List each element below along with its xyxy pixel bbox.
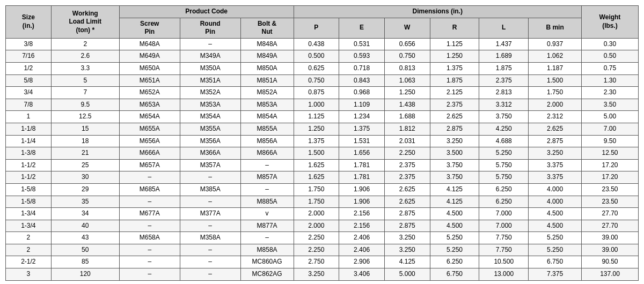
cell-bmin: 1.750 — [529, 87, 582, 99]
cell-screw: M666A — [119, 147, 180, 160]
cell-size: 3 — [6, 268, 52, 281]
cell-bolt: M855A — [240, 123, 294, 135]
table-row: 1-1/418M656AM356AM856A1.3751.5312.0313.2… — [6, 135, 639, 147]
cell-w: 0.813 — [384, 62, 430, 74]
cell-screw: – — [119, 220, 180, 232]
header-round-pin: RoundPin — [180, 18, 240, 38]
table-row: 3/82M648A–M848A0.4380.5310.6561.1251.437… — [6, 38, 639, 50]
cell-bmin: 6.750 — [529, 256, 582, 268]
table-row: 7/89.5M653AM353AM853A1.0001.1091.4382.37… — [6, 99, 639, 111]
cell-round: M358A — [180, 232, 240, 244]
cell-weight: 17.20 — [581, 159, 638, 171]
cell-bmin: 1.187 — [529, 62, 582, 74]
cell-bmin: 0.937 — [529, 38, 582, 50]
cell-r: 3.500 — [430, 147, 479, 160]
cell-bolt: – — [240, 232, 294, 244]
header-p: P — [294, 18, 339, 38]
cell-bolt: M866A — [240, 147, 294, 160]
header-bolt-nut: Bolt &Nut — [240, 18, 294, 38]
cell-bmin: 3.375 — [529, 159, 582, 171]
cell-bmin: 7.375 — [529, 268, 582, 281]
cell-round: M349A — [180, 50, 240, 63]
cell-r: 3.250 — [430, 135, 479, 147]
cell-size: 2-1/2 — [6, 256, 52, 268]
cell-weight: 0.75 — [581, 62, 638, 74]
cell-w: 1.438 — [384, 99, 430, 111]
cell-size: 1-5/8 — [6, 196, 52, 208]
cell-w: 3.250 — [384, 244, 430, 256]
cell-l: 2.813 — [479, 87, 529, 99]
cell-round: M352A — [180, 87, 240, 99]
cell-wll: 85 — [51, 256, 119, 268]
cell-wll: 34 — [51, 208, 119, 220]
cell-l: 6.250 — [479, 196, 529, 208]
cell-size: 3/8 — [6, 38, 52, 50]
header-l: L — [479, 18, 529, 38]
cell-l: 5.750 — [479, 171, 529, 184]
cell-r: 1.250 — [430, 50, 479, 63]
header-r: R — [430, 18, 479, 38]
table-row: 1-5/829M685AM385A–1.7501.9062.6254.1256.… — [6, 183, 639, 196]
cell-r: 1.125 — [430, 38, 479, 50]
cell-weight: 23.50 — [581, 183, 638, 196]
cell-wll: 50 — [51, 244, 119, 256]
cell-e: 1.531 — [339, 135, 385, 147]
cell-bmin: 5.250 — [529, 232, 582, 244]
table-row: 3/47M652AM352AM852A0.8750.9681.2502.1252… — [6, 87, 639, 99]
cell-l: 4.250 — [479, 123, 529, 135]
cell-size: 1-5/8 — [6, 183, 52, 196]
cell-l: 5.250 — [479, 147, 529, 160]
cell-size: 7/16 — [6, 50, 52, 63]
cell-p: 2.250 — [294, 244, 339, 256]
cell-e: 1.906 — [339, 183, 385, 196]
cell-w: 5.000 — [384, 268, 430, 281]
cell-weight: 27.70 — [581, 208, 638, 220]
cell-l: 3.750 — [479, 111, 529, 123]
cell-round: M350A — [180, 62, 240, 74]
cell-screw: M648A — [119, 38, 180, 50]
cell-weight: 0.50 — [581, 50, 638, 63]
cell-wll: 30 — [51, 171, 119, 184]
cell-round: – — [180, 196, 240, 208]
cell-bolt: M853A — [240, 99, 294, 111]
cell-screw: M677A — [119, 208, 180, 220]
table-row: 1-1/225M657AM357A–1.6251.7812.3753.7505.… — [6, 159, 639, 171]
cell-wll: 120 — [51, 268, 119, 281]
cell-r: 6.250 — [430, 256, 479, 268]
cell-size: 2 — [6, 244, 52, 256]
cell-weight: 137.00 — [581, 268, 638, 281]
cell-round: M355A — [180, 123, 240, 135]
header-dimensions: Dimensions (in.) — [294, 6, 581, 18]
header-size: Size(in.) — [6, 6, 52, 39]
cell-screw: – — [119, 256, 180, 268]
cell-weight: 5.00 — [581, 111, 638, 123]
cell-l: 7.000 — [479, 220, 529, 232]
main-table: Size(in.) WorkingLoad Limit(ton) * Produ… — [5, 5, 639, 281]
cell-r: 1.375 — [430, 62, 479, 74]
cell-round: M385A — [180, 183, 240, 196]
cell-l: 7.000 — [479, 208, 529, 220]
table-row: 1-1/230––M857A1.6251.7812.3753.7505.7503… — [6, 171, 639, 184]
cell-bolt: M858A — [240, 244, 294, 256]
cell-round: M354A — [180, 111, 240, 123]
cell-weight: 39.00 — [581, 232, 638, 244]
header-bmin: B min — [529, 18, 582, 38]
cell-e: 0.968 — [339, 87, 385, 99]
cell-l: 6.250 — [479, 183, 529, 196]
cell-l: 3.312 — [479, 99, 529, 111]
cell-bolt: M848A — [240, 38, 294, 50]
cell-l: 2.375 — [479, 74, 529, 87]
table-row: 3120––MC862AG3.2503.4065.0006.75013.0007… — [6, 268, 639, 281]
cell-e: 0.718 — [339, 62, 385, 74]
cell-w: 2.031 — [384, 135, 430, 147]
cell-l: 5.750 — [479, 159, 529, 171]
cell-bmin: 3.375 — [529, 171, 582, 184]
cell-e: 1.375 — [339, 123, 385, 135]
cell-bmin: 2.000 — [529, 99, 582, 111]
cell-screw: – — [119, 196, 180, 208]
cell-bolt: M851A — [240, 74, 294, 87]
cell-bolt: M885A — [240, 196, 294, 208]
table-row: 2-1/285––MC860AG2.7502.9064.1256.25010.5… — [6, 256, 639, 268]
cell-r: 2.125 — [430, 87, 479, 99]
cell-w: 3.250 — [384, 232, 430, 244]
